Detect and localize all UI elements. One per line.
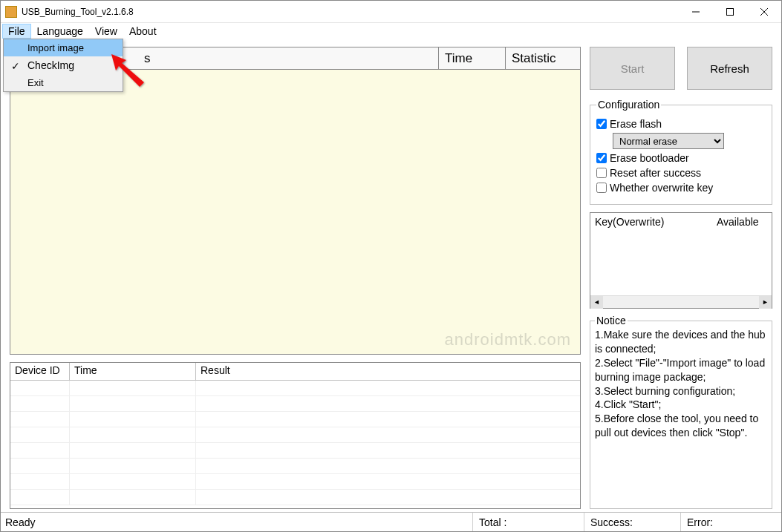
key-col-overwrite: Key(Overwrite)	[595, 216, 717, 228]
refresh-button[interactable]: Refresh	[687, 47, 772, 90]
key-box: Key(Overwrite) Available ◄ ►	[590, 212, 772, 309]
close-button[interactable]	[747, 1, 781, 22]
reset-after-checkbox[interactable]	[596, 168, 607, 178]
watermark: androidmtk.com	[444, 330, 571, 349]
table-row	[10, 427, 580, 443]
configuration-group: Configuration Erase flash Normal erase E…	[590, 99, 772, 205]
check-icon: ✓	[11, 60, 20, 72]
reset-after-row[interactable]: Reset after success	[596, 167, 766, 179]
menu-about[interactable]: About	[123, 24, 163, 39]
key-scrollbar[interactable]: ◄ ►	[590, 295, 772, 308]
key-body	[590, 231, 772, 295]
erase-flash-row[interactable]: Erase flash	[596, 118, 766, 130]
col-time[interactable]: Time	[70, 363, 196, 380]
upper-body: androidmtk.com	[10, 70, 580, 354]
erase-bootloader-row[interactable]: Erase bootloader	[596, 152, 766, 164]
overwrite-key-label: Whether overwrite key	[610, 182, 713, 194]
erase-mode-select[interactable]: Normal erase	[613, 133, 724, 149]
menu-file[interactable]: File	[2, 24, 31, 39]
maximize-button[interactable]	[713, 1, 747, 22]
table-row	[10, 490, 580, 505]
upper-col-statistic: Statistic	[506, 47, 580, 69]
title-bar: USB_Burning_Tool_v2.1.6.8	[1, 1, 781, 23]
svg-rect-1	[727, 8, 734, 15]
table-row	[10, 396, 580, 412]
menu-import-image[interactable]: Import image	[4, 39, 123, 56]
table-row	[10, 443, 580, 459]
status-bar: Ready Total : Success: Error:	[1, 512, 781, 531]
file-dropdown: Import image ✓ CheckImg Exit	[3, 39, 123, 92]
status-success: Success:	[584, 513, 680, 531]
app-icon	[5, 6, 17, 18]
table-row	[10, 474, 580, 490]
key-col-available: Available	[717, 216, 767, 228]
col-result[interactable]: Result	[196, 363, 580, 380]
status-error: Error:	[680, 513, 777, 531]
erase-flash-label: Erase flash	[610, 118, 662, 130]
notice-legend: Notice	[595, 315, 628, 326]
menu-view[interactable]: View	[89, 24, 123, 39]
reset-after-label: Reset after success	[610, 167, 701, 179]
menu-language[interactable]: Language	[31, 24, 89, 39]
notice-group: Notice 1.Make sure the devices and the h…	[590, 315, 772, 509]
minimize-button[interactable]	[679, 1, 713, 22]
upper-col-time: Time	[439, 47, 506, 69]
status-total: Total :	[472, 513, 584, 531]
menu-exit[interactable]: Exit	[4, 74, 123, 91]
erase-bootloader-checkbox[interactable]	[596, 153, 607, 163]
overwrite-key-row[interactable]: Whether overwrite key	[596, 182, 766, 194]
scroll-right-icon[interactable]: ►	[759, 296, 772, 309]
device-grid: Device ID Time Result	[10, 362, 581, 509]
configuration-legend: Configuration	[596, 99, 661, 111]
table-row	[10, 381, 580, 396]
erase-bootloader-label: Erase bootloader	[610, 152, 689, 164]
start-button[interactable]: Start	[590, 47, 675, 90]
col-device-id[interactable]: Device ID	[10, 363, 70, 380]
menu-checkimg[interactable]: ✓ CheckImg	[4, 56, 123, 74]
window-title: USB_Burning_Tool_v2.1.6.8	[22, 7, 679, 17]
erase-flash-checkbox[interactable]	[596, 119, 607, 129]
table-row	[10, 412, 580, 427]
menu-checkimg-label: CheckImg	[27, 59, 74, 71]
notice-text: 1.Make sure the devices and the hub is c…	[595, 328, 767, 440]
overwrite-key-checkbox[interactable]	[596, 183, 607, 193]
table-row	[10, 459, 580, 474]
scroll-left-icon[interactable]: ◄	[590, 296, 603, 309]
menu-bar: File Language View About	[1, 23, 781, 39]
upper-panel: s Time Statistic androidmtk.com	[10, 47, 581, 355]
status-ready: Ready	[5, 516, 472, 528]
